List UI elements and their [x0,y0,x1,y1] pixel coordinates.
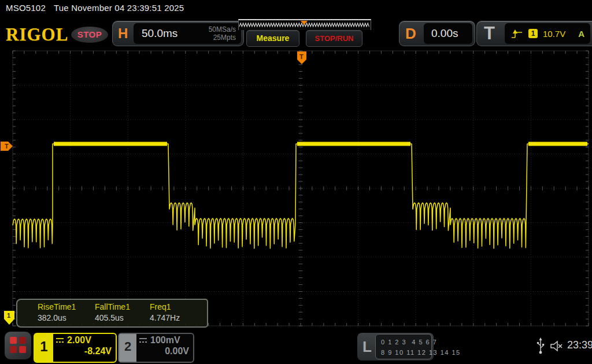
channel-2-scale: 100mV [150,335,180,346]
rising-edge-trigger-icon [510,29,523,39]
channel-1-offset: -8.24V [56,346,112,356]
graticule [13,51,589,326]
measurement-label: Freq1 [150,302,205,311]
horizontal-panel[interactable]: H 50.0ms 50MSa/s 25Mpts [112,21,244,46]
header-bar: RIGOL STOP H 50.0ms 50MSa/s 25Mpts Measu… [0,17,592,47]
delay-value: 0.00s [431,23,458,44]
measurement-label: RiseTime1 [38,302,92,311]
bottom-status-bar: 1 2.00V -8.24V 2 100mV 0.00V [0,329,592,364]
channel-2-box[interactable]: 2 100mV 0.00V [118,333,194,363]
datetime-text: Tue November 04 23:39:51 2025 [54,3,184,13]
preview-zigzag-icon [239,20,369,29]
horizontal-label: H [118,21,128,46]
delay-panel[interactable]: D 0.00s [399,21,475,46]
channel-2-readout: 100mV 0.00V [139,335,189,356]
measurement-item: RiseTime1 382.0us [38,300,92,322]
channel-2-number-tab: 2 [119,334,136,362]
sample-rate: 50MSa/s [209,25,236,34]
dc-coupling-icon [139,337,147,344]
usb-icon [536,337,545,355]
horizontal-readout: 50.0ms 50MSa/s 25Mpts [134,23,241,44]
svg-text:T: T [5,143,9,150]
waveform-preview-strip[interactable] [238,19,371,30]
sample-rate-readout: 50MSa/s 25Mpts [209,25,236,42]
trigger-source-badge: 1 [528,29,538,38]
measurement-item: Freq1 4.747Hz [150,300,205,322]
dc-coupling-icon [56,337,64,344]
timebase-value: 50.0ms [142,23,177,44]
measurement-results-panel[interactable]: RiseTime1 382.0us FallTime1 405.5us Freq… [16,299,208,328]
trigger-label: T [484,21,495,46]
channel-1-readout: 2.00V -8.24V [56,335,112,356]
measurement-value: 382.0us [38,313,92,322]
delay-readout: 0.00s [424,23,472,44]
channel-1-box[interactable]: 1 2.00V -8.24V [34,333,117,363]
svg-text:T: T [299,53,304,60]
memory-depth: 25Mpts [209,34,236,42]
measurement-item: FallTime1 405.5us [95,300,150,322]
svg-text:1: 1 [7,312,10,319]
measurement-value: 4.747Hz [150,313,205,322]
trigger-level-value: 10.7V [543,29,565,39]
logic-row-2: 8 9 10 11 12 13 14 15 [381,349,461,356]
logic-channels-box[interactable]: L 0 1 2 3 4 5 6 78 9 10 11 12 13 14 15 [357,333,434,361]
title-bar: MSO5102Tue November 04 23:39:51 2025 [6,3,184,13]
clock-text: 23:39 [567,339,592,351]
delay-label: D [405,21,416,46]
logic-row-1: 0 1 2 3 4 5 6 7 [381,339,437,346]
measurement-value: 405.5us [95,313,150,322]
trigger-panel[interactable]: T 1 10.7V A [476,21,592,46]
acquisition-status-badge: STOP [71,27,108,43]
model-name: MSO5102 [6,3,46,13]
red-square-icon [10,346,17,353]
logic-channel-numbers: 0 1 2 3 4 5 6 78 9 10 11 12 13 14 15 [375,334,432,359]
trigger-level-marker[interactable]: T [1,142,13,151]
red-square-icon [19,337,26,344]
stop-run-button[interactable]: STOP/RUN [306,30,362,47]
rigol-logo: RIGOL [6,24,68,45]
red-square-icon [19,346,26,353]
trigger-position-marker[interactable]: T [297,51,306,64]
windows-grid-icon[interactable] [5,332,31,359]
sound-muted-icon[interactable] [549,339,563,353]
channel-1-number-tab: 1 [35,334,53,362]
measurement-label: FallTime1 [95,302,150,311]
channel-2-offset: 0.00V [139,346,189,356]
red-square-icon [10,337,17,344]
channel-1-scale: 2.00V [67,335,91,346]
logic-label: L [362,333,372,361]
trigger-mode-auto: A [578,29,584,39]
measure-button[interactable]: Measure [246,30,299,47]
trigger-readout: 1 10.7V A [505,23,590,44]
